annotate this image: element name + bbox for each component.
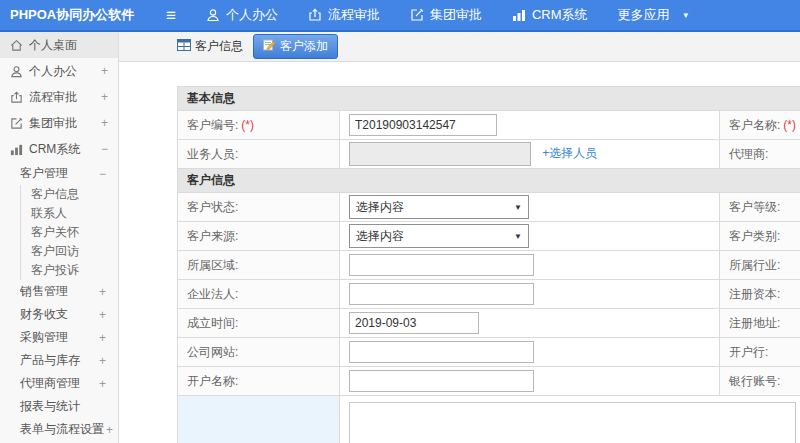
sidebar-item-label: 代理商管理 xyxy=(20,375,97,392)
select-caret-icon: ▼ xyxy=(514,232,522,241)
sidebar-item-label: 表单与流程设置 xyxy=(20,421,104,438)
sidebar-item-label: 销售管理 xyxy=(20,283,97,300)
sidebar-item-customer-complaint[interactable]: 客户投诉 xyxy=(21,261,118,280)
website-label: 公司网站: xyxy=(178,338,340,367)
sidebar-item-contacts[interactable]: 联系人 xyxy=(21,204,118,223)
nav-label: 个人办公 xyxy=(226,6,278,24)
legal-person-input[interactable] xyxy=(349,283,534,305)
expand-plus-icon[interactable]: + xyxy=(97,308,106,322)
nav-more-apps[interactable]: 更多应用 xyxy=(618,6,670,24)
expand-plus-icon[interactable]: + xyxy=(99,90,108,104)
selected-option: 选择内容 xyxy=(356,228,404,245)
section-header-customer-info: 客户信息 xyxy=(178,169,800,193)
tab-bar: 客户信息 客户添加 xyxy=(119,32,800,62)
expand-plus-icon[interactable]: + xyxy=(97,354,106,368)
sidebar-item-personal-office[interactable]: 个人办公 + xyxy=(0,58,118,84)
sidebar-item-label: 客户管理 xyxy=(20,165,97,182)
caret-down-icon[interactable]: ▾ xyxy=(684,10,689,20)
tab-label: 客户添加 xyxy=(280,38,328,55)
main-area: 客户信息 客户添加 基本信息 客户编号:(*) 客户名称:(*) xyxy=(119,32,800,443)
sidebar-item-desktop[interactable]: 个人桌面 xyxy=(0,32,118,58)
sidebar-item-form-flow-settings[interactable]: 表单与流程设置 + xyxy=(0,418,118,441)
user-icon xyxy=(206,8,220,22)
region-input[interactable] xyxy=(349,254,534,276)
sidebar-item-label: 采购管理 xyxy=(20,329,97,346)
expand-plus-icon[interactable]: + xyxy=(97,377,106,391)
customer-name-label: 客户名称:(*) xyxy=(720,111,800,140)
sidebar-item-agent-mgmt[interactable]: 代理商管理 + xyxy=(0,372,118,395)
tab-customer-info[interactable]: 客户信息 xyxy=(171,35,249,58)
choose-person-link[interactable]: +选择人员 xyxy=(542,146,597,160)
nav-label: 集团审批 xyxy=(430,6,482,24)
edit-square-icon xyxy=(10,117,23,130)
status-label: 客户状态: xyxy=(178,193,340,222)
sidebar-item-customer-care[interactable]: 客户关怀 xyxy=(21,223,118,242)
region-label: 所属区域: xyxy=(178,251,340,280)
sidebar-subtree: 客户信息 联系人 客户关怀 客户回访 客户投诉 xyxy=(20,185,118,280)
sidebar-item-customer-info[interactable]: 客户信息 xyxy=(21,185,118,204)
nav-workflow-approval[interactable]: 流程审批 xyxy=(308,6,380,24)
expand-plus-icon[interactable]: + xyxy=(104,423,113,437)
customer-status-select[interactable]: 选择内容 ▼ xyxy=(349,195,529,219)
category-label: 客户类别: xyxy=(720,222,800,251)
customer-add-form: 基本信息 客户编号:(*) 客户名称:(*) 业务人员: +选择人员 代理商: xyxy=(177,86,800,443)
sidebar-item-purchase[interactable]: 采购管理 + xyxy=(0,326,118,349)
form-content: 基本信息 客户编号:(*) 客户名称:(*) 业务人员: +选择人员 代理商: xyxy=(119,62,800,443)
bar-chart-icon xyxy=(512,8,526,22)
form-edit-icon xyxy=(263,39,276,54)
sidebar-item-label: 财务收支 xyxy=(20,306,97,323)
customer-no-label: 客户编号:(*) xyxy=(178,111,340,140)
reg-capital-label: 注册资本: xyxy=(720,280,800,309)
expand-plus-icon[interactable]: + xyxy=(99,116,108,130)
tab-label: 客户信息 xyxy=(195,38,243,55)
tab-customer-add[interactable]: 客户添加 xyxy=(253,34,338,59)
sidebar-item-product-inventory[interactable]: 产品与库存 + xyxy=(0,349,118,372)
remark-textarea[interactable] xyxy=(349,402,796,443)
customer-no-input[interactable] xyxy=(349,114,497,136)
nav-personal-office[interactable]: 个人办公 xyxy=(206,6,278,24)
sidebar-item-workflow[interactable]: 流程审批 + xyxy=(0,84,118,110)
collapse-minus-icon[interactable]: − xyxy=(97,167,106,181)
remark-label-cell xyxy=(178,396,340,443)
sales-person-label: 业务人员: xyxy=(178,140,340,169)
home-icon xyxy=(10,39,23,52)
sidebar-item-label: 集团审批 xyxy=(29,115,99,132)
website-input[interactable] xyxy=(349,341,534,363)
sidebar-item-label: 个人办公 xyxy=(29,63,99,80)
nav-group-approval[interactable]: 集团审批 xyxy=(410,6,482,24)
agent-label: 代理商: xyxy=(720,140,800,169)
required-mark: (*) xyxy=(241,118,254,132)
sidebar-item-reports[interactable]: 报表与统计 xyxy=(0,395,118,418)
expand-plus-icon[interactable]: + xyxy=(97,331,106,345)
table-grid-icon xyxy=(177,39,191,54)
customer-source-select[interactable]: 选择内容 ▼ xyxy=(349,224,529,248)
section-header-basic-info: 基本信息 xyxy=(178,87,800,111)
sidebar-item-finance[interactable]: 财务收支 + xyxy=(0,303,118,326)
sidebar-item-group-approval[interactable]: 集团审批 + xyxy=(0,110,118,136)
nav-label: 流程审批 xyxy=(328,6,380,24)
source-label: 客户来源: xyxy=(178,222,340,251)
export-box-icon xyxy=(10,91,23,104)
sales-person-readonly-field xyxy=(349,142,531,166)
sidebar-item-label: 报表与统计 xyxy=(20,398,106,415)
required-mark: (*) xyxy=(783,118,796,132)
collapse-minus-icon[interactable]: − xyxy=(99,142,108,156)
sidebar-item-crm[interactable]: CRM系统 − xyxy=(0,136,118,162)
account-name-input[interactable] xyxy=(349,370,534,392)
nav-crm-system[interactable]: CRM系统 xyxy=(512,6,588,24)
menu-toggle-icon[interactable]: ≡ xyxy=(158,7,184,24)
industry-label: 所属行业: xyxy=(720,251,800,280)
sidebar-item-label: 个人桌面 xyxy=(29,37,108,54)
bank-account-label: 银行账号: xyxy=(720,367,800,396)
app-logo: PHPOA协同办公软件 xyxy=(0,6,158,24)
sidebar-item-sales-mgmt[interactable]: 销售管理 + xyxy=(0,280,118,303)
sidebar-item-customer-revisit[interactable]: 客户回访 xyxy=(21,242,118,261)
founded-date-input[interactable] xyxy=(349,312,479,334)
expand-plus-icon[interactable]: + xyxy=(99,64,108,78)
sidebar-item-customer-mgmt[interactable]: 客户管理 − xyxy=(0,162,118,185)
sidebar-item-label: 流程审批 xyxy=(29,89,99,106)
expand-plus-icon[interactable]: + xyxy=(97,285,106,299)
user-icon xyxy=(10,65,23,78)
legal-person-label: 企业法人: xyxy=(178,280,340,309)
account-name-label: 开户名称: xyxy=(178,367,340,396)
